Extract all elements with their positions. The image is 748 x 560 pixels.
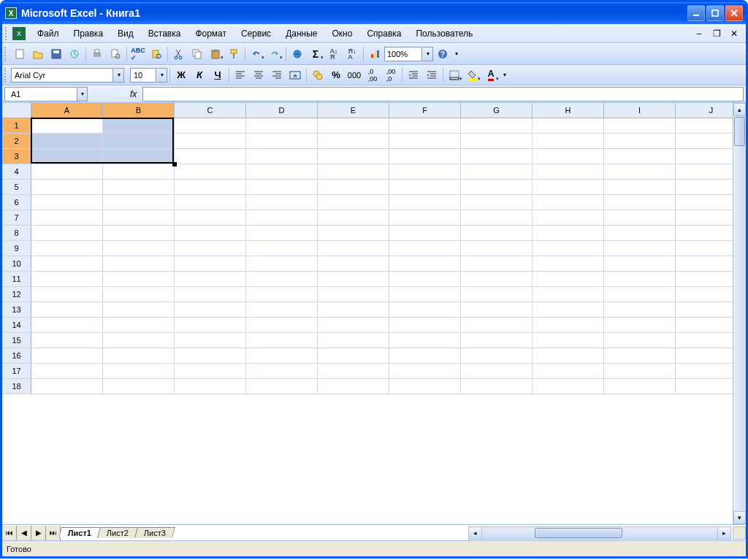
row-header-6[interactable]: 6 (2, 195, 31, 210)
cell-F13[interactable] (389, 302, 461, 318)
fx-label[interactable]: fx (130, 89, 137, 99)
cell-H7[interactable] (533, 210, 604, 226)
row-header-7[interactable]: 7 (2, 210, 31, 226)
cell-B14[interactable] (103, 318, 175, 333)
chart-button[interactable] (366, 45, 383, 63)
help-button[interactable]: ? (434, 45, 451, 63)
cell-H2[interactable] (533, 134, 604, 149)
cell-D3[interactable] (246, 149, 318, 164)
cell-D11[interactable] (246, 272, 318, 287)
cell-I13[interactable] (604, 302, 676, 318)
cell-B5[interactable] (103, 180, 175, 195)
column-header-G[interactable]: G (461, 103, 533, 118)
cell-B1[interactable] (103, 118, 175, 134)
row-header-5[interactable]: 5 (2, 180, 31, 195)
print-button[interactable] (88, 45, 106, 63)
cell-B12[interactable] (103, 287, 175, 302)
cell-C2[interactable] (175, 134, 246, 149)
cell-D14[interactable] (246, 318, 318, 333)
italic-button[interactable]: К (191, 66, 208, 84)
row-header-9[interactable]: 9 (2, 241, 31, 256)
font-color-button[interactable]: А▾ (482, 66, 500, 84)
row-header-2[interactable]: 2 (2, 134, 31, 149)
borders-button[interactable]: ▾ (446, 66, 463, 84)
menu-tools[interactable]: Сервис (234, 26, 278, 41)
copy-button[interactable] (188, 45, 206, 63)
font-selector[interactable]: Arial Cyr (11, 68, 113, 83)
cell-E15[interactable] (318, 333, 389, 348)
cell-B4[interactable] (103, 164, 175, 180)
cell-G9[interactable] (461, 241, 533, 256)
cell-I15[interactable] (604, 333, 676, 348)
cell-A12[interactable] (31, 287, 103, 302)
cell-F14[interactable] (389, 318, 461, 333)
format-painter-button[interactable] (225, 45, 243, 63)
cell-A1[interactable] (31, 118, 103, 134)
autosum-button[interactable]: Σ▾ (307, 45, 324, 63)
cell-H16[interactable] (533, 348, 604, 364)
sheet-tab-2[interactable]: Лист2 (97, 527, 138, 538)
cell-G7[interactable] (461, 210, 533, 226)
cell-G14[interactable] (461, 318, 533, 333)
cell-I2[interactable] (604, 134, 676, 149)
comma-button[interactable]: 000 (346, 66, 363, 84)
cell-C13[interactable] (175, 302, 246, 318)
cell-G12[interactable] (461, 287, 533, 302)
cell-D10[interactable] (246, 256, 318, 272)
cell-A13[interactable] (31, 302, 103, 318)
row-header-11[interactable]: 11 (2, 272, 31, 287)
cell-A15[interactable] (31, 333, 103, 348)
scroll-right-button[interactable]: ▸ (717, 527, 730, 539)
undo-button[interactable]: ▾ (248, 45, 265, 63)
cell-C11[interactable] (175, 272, 246, 287)
cell-H9[interactable] (533, 241, 604, 256)
column-header-F[interactable]: F (389, 103, 461, 118)
cell-I18[interactable] (604, 379, 676, 394)
scroll-up-button[interactable]: ▴ (733, 103, 746, 116)
cell-H14[interactable] (533, 318, 604, 333)
cell-G16[interactable] (461, 348, 533, 364)
cell-A6[interactable] (31, 195, 103, 210)
cell-E16[interactable] (318, 348, 389, 364)
cell-C7[interactable] (175, 210, 246, 226)
name-box-dropdown[interactable]: ▾ (77, 87, 88, 101)
column-header-A[interactable]: A (31, 103, 103, 118)
zoom-dropdown[interactable]: ▾ (423, 47, 433, 61)
cell-C15[interactable] (175, 333, 246, 348)
cell-H13[interactable] (533, 302, 604, 318)
cell-H11[interactable] (533, 272, 604, 287)
toolbar-options-button[interactable]: ▾ (452, 45, 461, 63)
row-header-12[interactable]: 12 (2, 287, 31, 302)
cell-H4[interactable] (533, 164, 604, 180)
cell-A4[interactable] (31, 164, 103, 180)
cell-G6[interactable] (461, 195, 533, 210)
cell-D9[interactable] (246, 241, 318, 256)
column-header-H[interactable]: H (533, 103, 604, 118)
menubar-grip[interactable] (5, 27, 9, 40)
fmtbar-options-button[interactable]: ▾ (500, 66, 509, 84)
align-center-button[interactable] (250, 66, 267, 84)
paste-button[interactable]: ▾ (207, 45, 224, 63)
cell-F5[interactable] (389, 180, 461, 195)
cell-B2[interactable] (103, 134, 175, 149)
vscroll-thumb[interactable] (734, 117, 745, 146)
cell-D6[interactable] (246, 195, 318, 210)
cell-I9[interactable] (604, 241, 676, 256)
cell-I14[interactable] (604, 318, 676, 333)
cell-E10[interactable] (318, 256, 389, 272)
cell-I16[interactable] (604, 348, 676, 364)
cell-A17[interactable] (31, 364, 103, 379)
row-header-14[interactable]: 14 (2, 318, 31, 333)
cell-I4[interactable] (604, 164, 676, 180)
underline-button[interactable]: Ч (209, 66, 226, 84)
cell-F17[interactable] (389, 364, 461, 379)
cell-G5[interactable] (461, 180, 533, 195)
cell-E8[interactable] (318, 226, 389, 241)
print-preview-button[interactable] (107, 45, 124, 63)
cell-H18[interactable] (533, 379, 604, 394)
cell-B10[interactable] (103, 256, 175, 272)
cell-E13[interactable] (318, 302, 389, 318)
tab-next-button[interactable]: ▶ (31, 526, 46, 540)
cell-I17[interactable] (604, 364, 676, 379)
new-button[interactable] (11, 45, 28, 63)
